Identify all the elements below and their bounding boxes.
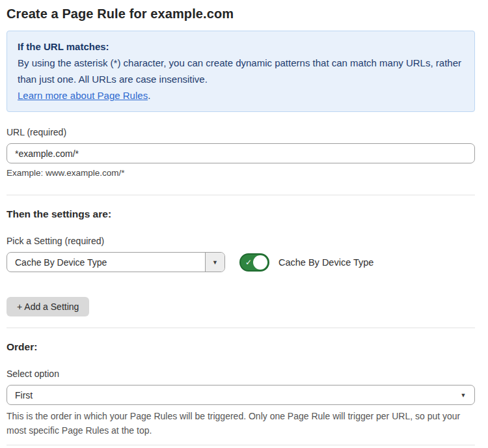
divider xyxy=(7,195,475,195)
learn-more-link[interactable]: Learn more about Page Rules xyxy=(18,90,148,101)
order-select-value: First xyxy=(7,385,452,404)
setting-select-arrow-button[interactable]: ▼ xyxy=(205,253,224,272)
toggle-knob xyxy=(253,255,267,270)
url-input[interactable] xyxy=(7,143,475,163)
order-select-label: Select option xyxy=(7,368,475,380)
setting-row: Cache By Device Type ▼ ✓ Cache By Device… xyxy=(7,252,475,272)
order-select[interactable]: First ▼ xyxy=(7,385,475,405)
check-icon: ✓ xyxy=(245,258,252,266)
pick-setting-label: Pick a Setting (required) xyxy=(7,235,475,247)
order-section-heading: Order: xyxy=(7,341,475,354)
setting-toggle-label: Cache By Device Type xyxy=(278,257,373,268)
chevron-down-icon: ▼ xyxy=(452,385,474,404)
info-box-body: By using the asterisk (*) character, you… xyxy=(18,55,464,87)
divider xyxy=(7,445,475,445)
info-box-heading: If the URL matches: xyxy=(18,38,464,55)
url-match-info-box: If the URL matches: By using the asteris… xyxy=(7,31,475,112)
settings-section-heading: Then the settings are: xyxy=(7,208,475,221)
setting-toggle[interactable]: ✓ xyxy=(239,253,269,272)
chevron-down-icon: ▼ xyxy=(212,259,218,266)
url-field-label: URL (required) xyxy=(7,126,475,138)
page-title: Create a Page Rule for example.com xyxy=(7,5,475,22)
order-helper-text: This is the order in which your Page Rul… xyxy=(7,409,475,438)
add-setting-button[interactable]: + Add a Setting xyxy=(7,297,89,316)
url-example-helper: Example: www.example.com/* xyxy=(7,167,475,179)
setting-select[interactable]: Cache By Device Type ▼ xyxy=(7,252,225,272)
create-page-rule-panel: Create a Page Rule for example.com If th… xyxy=(0,0,488,448)
setting-select-value: Cache By Device Type xyxy=(7,253,205,272)
divider xyxy=(7,328,475,328)
info-box-link-line: Learn more about Page Rules. xyxy=(18,87,464,104)
link-suffix: . xyxy=(148,90,150,101)
